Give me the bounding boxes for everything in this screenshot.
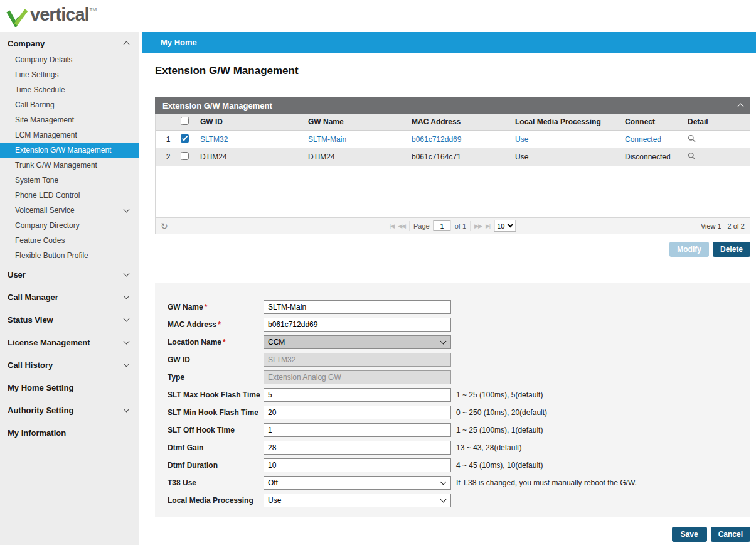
- connect-status[interactable]: Disconnected: [625, 153, 688, 161]
- field-label: MAC Address*: [168, 320, 264, 329]
- sidebar-item-site-management[interactable]: Site Management: [0, 112, 139, 127]
- field-label: SLT Off Hook Time: [168, 426, 264, 434]
- mac-address-cell[interactable]: b061c7164c71: [412, 153, 515, 161]
- column-mac-address[interactable]: MAC Address: [412, 117, 515, 126]
- row-checkbox[interactable]: [181, 152, 189, 160]
- field-label: GW Name*: [168, 303, 264, 311]
- pager-last-icon[interactable]: ▶|: [486, 223, 490, 229]
- chevron-down-icon: [124, 293, 130, 299]
- sidebar-section-call-manager[interactable]: Call Manager: [0, 286, 139, 308]
- refresh-icon[interactable]: ↻: [161, 221, 168, 231]
- sidebar-item-line-settings[interactable]: Line Settings: [0, 67, 139, 82]
- page-number-input[interactable]: [434, 220, 451, 231]
- collapse-chevron-icon[interactable]: [738, 104, 744, 110]
- sidebar-section-license-management[interactable]: License Management: [0, 331, 139, 353]
- sidebar-item-company-directory[interactable]: Company Directory: [0, 218, 139, 233]
- field-hint: 13 ~ 43, 28(default): [456, 443, 521, 452]
- pager-prev-icon[interactable]: ◀◀: [398, 223, 405, 229]
- form-row-slt-off-hook-time: SLT Off Hook Time 1 ~ 25 (100ms), 1(defa…: [168, 421, 750, 439]
- connect-status[interactable]: Connected: [625, 135, 688, 144]
- column-connect[interactable]: Connect: [625, 117, 688, 126]
- modify-button[interactable]: Modify: [669, 242, 709, 257]
- sidebar-item-voicemail-service[interactable]: Voicemail Service: [0, 203, 139, 218]
- row-number: 1: [156, 135, 181, 144]
- pager-next-icon[interactable]: ▶▶: [474, 223, 482, 229]
- field-hint: 0 ~ 250 (10ms), 20(default): [456, 408, 547, 417]
- gw-detail-form: GW Name* MAC Address* Location Name* CCM…: [155, 283, 750, 517]
- field-hint: 1 ~ 25 (100ms), 5(default): [456, 391, 543, 399]
- column-gw-name[interactable]: GW Name: [308, 117, 412, 126]
- sidebar-item-trunk-gw-management[interactable]: Trunk G/W Management: [0, 158, 139, 173]
- column-detail[interactable]: Detail: [688, 117, 750, 126]
- select-all-checkbox[interactable]: [181, 117, 189, 125]
- sidebar-item-phone-led-control[interactable]: Phone LED Control: [0, 188, 139, 203]
- row-checkbox[interactable]: [181, 134, 189, 143]
- chevron-down-icon: [124, 271, 130, 277]
- chevron-down-icon: [124, 361, 130, 367]
- sidebar-item-time-schedule[interactable]: Time Schedule: [0, 82, 139, 97]
- sidebar-item-feature-codes[interactable]: Feature Codes: [0, 233, 139, 248]
- mac-address-cell[interactable]: b061c712dd69: [412, 135, 515, 144]
- topbar-my-home[interactable]: My Home: [161, 38, 197, 47]
- sidebar-section-my-home-setting[interactable]: My Home Setting: [0, 376, 139, 399]
- gw-name-cell[interactable]: DTIM24: [308, 153, 412, 161]
- page-of-label: of 1: [455, 222, 466, 230]
- sidebar-item-system-tone[interactable]: System Tone: [0, 173, 139, 188]
- dtmf-gain-input[interactable]: [264, 441, 451, 455]
- chevron-down-icon: [124, 207, 130, 213]
- t38-use-select[interactable]: Off: [264, 476, 451, 490]
- page-size-select[interactable]: 10: [494, 220, 516, 232]
- gw-id-input: [264, 353, 451, 367]
- sidebar-section-call-history[interactable]: Call History: [0, 353, 139, 376]
- sidebar-section-my-information[interactable]: My Information: [0, 421, 139, 444]
- mac-address-input[interactable]: [264, 318, 451, 332]
- save-button[interactable]: Save: [672, 527, 707, 542]
- sidebar-item-flexible-button-profile[interactable]: Flexible Button Profile: [0, 248, 139, 263]
- pager-first-icon[interactable]: |◀: [390, 223, 394, 229]
- table-row[interactable]: 2 DTIM24 DTIM24 b061c7164c71 Use Disconn…: [156, 148, 750, 166]
- local-media-processing-select[interactable]: Use: [264, 494, 451, 507]
- slt-off-hook-time-input[interactable]: [264, 423, 451, 437]
- column-gw-id[interactable]: GW ID: [200, 117, 308, 126]
- gw-id-link[interactable]: SLTM32: [200, 135, 308, 144]
- gw-name-input[interactable]: [264, 300, 451, 314]
- table-row[interactable]: 1 SLTM32 SLTM-Main b061c712dd69 Use Conn…: [156, 131, 750, 148]
- cancel-button[interactable]: Cancel: [711, 527, 750, 542]
- form-row-local-media-processing: Local Media Processing Use: [168, 492, 750, 509]
- required-asterisk: *: [218, 320, 221, 329]
- sidebar-item-call-barring[interactable]: Call Barring: [0, 97, 139, 112]
- form-row-t38-use: T38 Use Off If T.38 is changed, you must…: [168, 474, 750, 492]
- sidebar-section-company[interactable]: Company: [0, 35, 139, 52]
- local-media-cell[interactable]: Use: [515, 135, 625, 144]
- panel-title: Extension G/W Management: [162, 101, 272, 111]
- field-label: SLT Min Hook Flash Time: [168, 408, 264, 417]
- field-label: Local Media Processing: [168, 496, 264, 505]
- magnifier-detail-icon[interactable]: [688, 134, 696, 144]
- sidebar-item-company-details[interactable]: Company Details: [0, 52, 139, 67]
- gw-name-cell[interactable]: SLTM-Main: [308, 135, 412, 144]
- sidebar-section-authority-setting[interactable]: Authority Setting: [0, 399, 139, 421]
- chevron-up-icon: [124, 41, 130, 48]
- sidebar-item-extension-gw-management[interactable]: Extension G/W Management: [0, 143, 139, 158]
- vertical-logo: vertical TM: [6, 6, 97, 27]
- app-header: vertical TM: [0, 0, 756, 32]
- slt-min-hook-flash-time-input[interactable]: [264, 406, 451, 419]
- slt-max-hook-flash-time-input[interactable]: [264, 388, 451, 402]
- page-title: Extension G/W Management: [155, 65, 750, 77]
- dtmf-duration-input[interactable]: [264, 458, 451, 472]
- local-media-cell[interactable]: Use: [515, 153, 625, 161]
- sidebar-section-user[interactable]: User: [0, 263, 139, 286]
- sidebar-item-lcm-management[interactable]: LCM Management: [0, 127, 139, 143]
- location-name-select[interactable]: CCM: [264, 335, 451, 349]
- page-label: Page: [413, 222, 430, 230]
- sidebar-section-status-view[interactable]: Status View: [0, 308, 139, 331]
- logo-check-icon: [6, 8, 29, 27]
- chevron-down-icon: [124, 316, 130, 322]
- required-asterisk: *: [205, 303, 208, 311]
- column-local-media-processing[interactable]: Local Media Processing: [515, 117, 625, 126]
- gw-table: GW ID GW Name MAC Address Local Media Pr…: [155, 114, 750, 234]
- delete-button[interactable]: Delete: [713, 242, 750, 257]
- form-row-gw-id: GW ID: [168, 351, 750, 369]
- gw-id-cell[interactable]: DTIM24: [200, 153, 308, 161]
- magnifier-detail-icon[interactable]: [688, 152, 696, 162]
